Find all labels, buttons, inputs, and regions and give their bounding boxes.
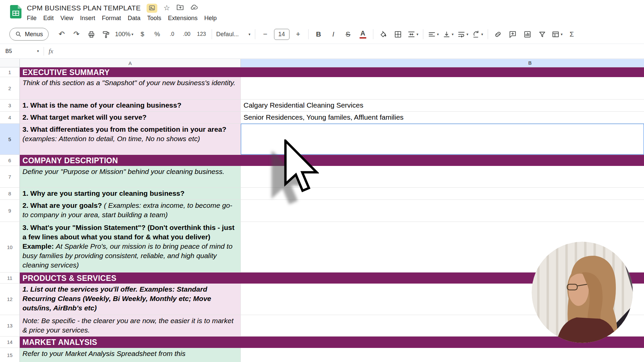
redo-button[interactable]: ↷	[69, 27, 84, 41]
font-select[interactable]: Defaul... ▾	[215, 27, 252, 41]
row-9: 92. What are your goals? ( Examples: ext…	[0, 200, 644, 222]
row-6: 6COMPANY DESCRIPTION	[0, 155, 644, 166]
row-header-7[interactable]: 7	[0, 166, 20, 188]
text-rotation-button[interactable]: ▾	[471, 27, 485, 41]
insert-comment-button[interactable]	[506, 27, 520, 41]
cell-A5[interactable]: 3. What differentiates you from the comp…	[20, 124, 241, 155]
cell-A12[interactable]: 1. List out the services you'll offer. E…	[20, 284, 241, 315]
row-header-12[interactable]: 12	[0, 284, 20, 315]
menu-data[interactable]: Data	[124, 13, 144, 23]
font-size-value: 14	[278, 31, 285, 38]
cell-A15[interactable]: Refer to your Market Analysis Spreadshee…	[20, 348, 241, 362]
increase-font-size-button[interactable]: +	[291, 27, 305, 41]
row-header-9[interactable]: 9	[0, 200, 20, 222]
column-header-b[interactable]: B	[241, 59, 644, 67]
bold-icon: B	[316, 30, 321, 38]
column-header-a[interactable]: A	[20, 59, 241, 67]
cell-A9[interactable]: 2. What are your goals? ( Examples: extr…	[20, 200, 241, 222]
horizontal-align-button[interactable]: ▾	[426, 27, 440, 41]
cell-A2[interactable]: Think of this section as a "Snapshot" of…	[20, 77, 241, 100]
row-header-2[interactable]: 2	[0, 77, 20, 100]
formula-input[interactable]	[53, 44, 644, 58]
vertical-align-button[interactable]: ▾	[441, 27, 455, 41]
row-header-11[interactable]: 11	[0, 273, 20, 284]
table-views-button[interactable]: ▾	[550, 27, 564, 41]
italic-button[interactable]: I	[326, 27, 340, 41]
font-size-input[interactable]: 14	[274, 29, 289, 40]
menu-format[interactable]: Format	[99, 13, 124, 23]
sheets-logo[interactable]	[10, 5, 21, 18]
filter-button[interactable]	[535, 27, 549, 41]
cell-A8[interactable]: 1. Why are you starting your cleaning bu…	[20, 188, 241, 200]
section-banner-row1[interactable]: EXECUTIVE SUMMARY	[20, 67, 644, 77]
format-percent-button[interactable]: %	[150, 27, 164, 41]
insert-chart-button[interactable]	[521, 27, 535, 41]
cloud-status-icon[interactable]	[190, 3, 198, 13]
cell-A10[interactable]: 3. What's your "Mission Statement"? (Don…	[20, 222, 241, 273]
menu-extensions[interactable]: Extensions	[165, 13, 201, 23]
currency-icon: $	[141, 31, 144, 38]
number-format-icon: 123	[197, 31, 206, 37]
number-format-button[interactable]: 123	[195, 27, 209, 41]
cell-A13[interactable]: Note: Be specific - the clearer you are …	[20, 315, 241, 337]
menu-view[interactable]: View	[57, 13, 77, 23]
webcam-overlay	[532, 242, 633, 343]
cell-B2[interactable]	[241, 77, 644, 100]
percent-icon: %	[154, 31, 160, 38]
row-header-13[interactable]: 13	[0, 315, 20, 337]
row-header-6[interactable]: 6	[0, 155, 20, 166]
borders-button[interactable]	[391, 27, 405, 41]
insert-link-button[interactable]	[491, 27, 505, 41]
chevron-down-icon: ▾	[561, 33, 563, 36]
image-badge-icon[interactable]	[147, 4, 157, 13]
name-box[interactable]: B5 ▾	[5, 48, 42, 54]
row-header-14[interactable]: 14	[0, 337, 20, 348]
row-header-5[interactable]: 5	[0, 124, 20, 155]
print-button[interactable]	[84, 27, 98, 41]
row-header-10[interactable]: 10	[0, 222, 20, 273]
cell-B4[interactable]: Senior Residences, Young familes, Afflue…	[241, 112, 644, 124]
row-header-4[interactable]: 4	[0, 112, 20, 124]
horizontal-align-icon	[428, 30, 436, 39]
select-all-corner[interactable]	[0, 59, 20, 67]
cell-B3[interactable]: Calgary Residential Cleaning Services	[241, 100, 644, 112]
menus-search-button[interactable]: Menus	[9, 28, 49, 41]
menu-insert[interactable]: Insert	[77, 13, 99, 23]
format-currency-button[interactable]: $	[136, 27, 150, 41]
text-color-button[interactable]: A	[356, 27, 370, 41]
section-banner-row6[interactable]: COMPANY DESCRIPTION	[20, 155, 644, 166]
undo-button[interactable]: ↶	[55, 27, 69, 41]
bold-button[interactable]: B	[312, 27, 326, 41]
row-header-8[interactable]: 8	[0, 188, 20, 200]
decrease-font-size-button[interactable]: −	[258, 27, 272, 41]
star-icon[interactable]: ☆	[163, 4, 170, 12]
decrease-decimal-button[interactable]: .0	[165, 27, 179, 41]
paint-format-button[interactable]	[99, 27, 113, 41]
strikethrough-button[interactable]: S	[341, 27, 355, 41]
fill-color-button[interactable]	[376, 27, 390, 41]
menu-help[interactable]: Help	[201, 13, 220, 23]
menu-tools[interactable]: Tools	[144, 13, 165, 23]
cell-B9[interactable]	[241, 200, 644, 222]
text-wrap-button[interactable]: ▾	[456, 27, 470, 41]
fill-color-icon	[379, 30, 387, 39]
increase-decimal-button[interactable]: .00	[180, 27, 194, 41]
cell-A3[interactable]: 1. What is the name of your cleaning bus…	[20, 100, 241, 112]
zoom-select[interactable]: 100% ▾	[114, 27, 135, 41]
merge-cells-button[interactable]: ▾	[406, 27, 420, 41]
functions-button[interactable]: Σ	[565, 27, 579, 41]
move-folder-icon[interactable]	[176, 3, 184, 13]
row-header-15[interactable]: 15	[0, 348, 20, 362]
menu-edit[interactable]: Edit	[40, 13, 57, 23]
row-header-1[interactable]: 1	[0, 67, 20, 77]
chevron-down-icon: ▾	[37, 49, 39, 53]
borders-icon	[394, 30, 402, 39]
cell-B15[interactable]	[241, 348, 644, 362]
doc-title[interactable]: CPM BUSINESS PLAN TEMPLATE	[27, 4, 141, 12]
row-header-3[interactable]: 3	[0, 100, 20, 112]
cell-A4[interactable]: 2. What target market will you serve?	[20, 112, 241, 124]
insert-comment-icon	[508, 30, 517, 39]
section-banner-row14[interactable]: MARKET ANALYSIS	[20, 337, 644, 348]
menu-file[interactable]: File	[23, 13, 40, 23]
cell-A7[interactable]: Define your "Purpose or Mission" behind …	[20, 166, 241, 188]
